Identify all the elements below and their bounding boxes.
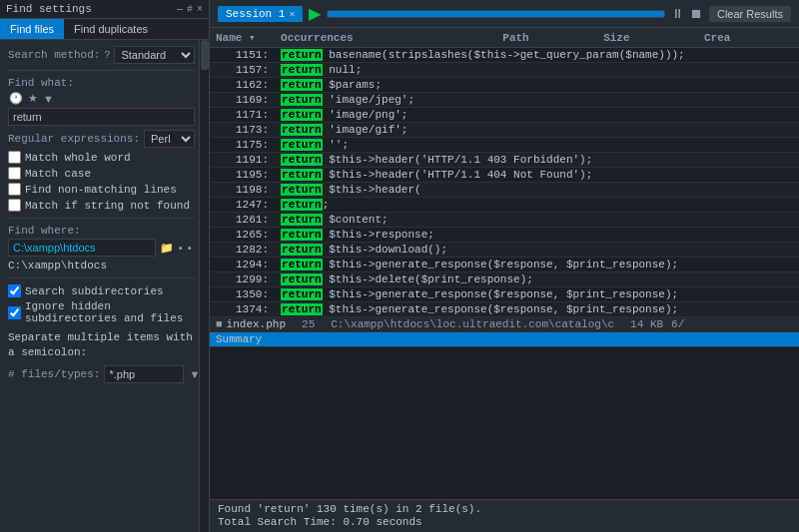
line-number: 1162: bbox=[210, 78, 275, 93]
ignore-hidden-checkbox[interactable] bbox=[8, 306, 21, 319]
find-bookmark-icon[interactable]: ★ bbox=[27, 91, 39, 106]
table-row: 1169: return 'image/jpeg'; bbox=[210, 93, 799, 108]
find-where-extra2[interactable]: ▪ bbox=[187, 241, 193, 255]
file-result-cell: ■index.php25C:\xampp\htdocs\loc.ultraedi… bbox=[210, 317, 799, 332]
session-close-icon[interactable]: ✕ bbox=[289, 8, 295, 20]
match-case-label: Match case bbox=[25, 168, 91, 180]
panel-title-icons: — # × bbox=[177, 4, 203, 15]
file-types-input[interactable] bbox=[104, 365, 184, 383]
close-panel-icon[interactable]: × bbox=[197, 4, 203, 15]
line-number: 1261: bbox=[210, 213, 275, 228]
clear-results-button[interactable]: Clear Results bbox=[709, 6, 791, 22]
non-matching-label: Find non-matching lines bbox=[25, 184, 177, 196]
regex-row: Regular expressions: Perl bbox=[8, 130, 195, 148]
code-cell: return $this->response; bbox=[275, 228, 799, 243]
code-cell: return $this->generate_response($respons… bbox=[275, 302, 799, 317]
table-row: 1247: return; bbox=[210, 198, 799, 213]
pin-icon[interactable]: # bbox=[187, 4, 193, 15]
find-where-input[interactable] bbox=[8, 239, 156, 257]
match-whole-word-label: Match whole word bbox=[25, 152, 131, 164]
table-row: 1294:return $this->generate_response($re… bbox=[210, 258, 799, 272]
search-method-select[interactable]: Standard bbox=[114, 46, 195, 64]
find-what-input[interactable] bbox=[8, 108, 195, 126]
match-not-found-checkbox[interactable] bbox=[8, 199, 21, 212]
match-not-found-label: Match if string not found bbox=[25, 200, 190, 212]
code-cell: return $this->header('HTTP/1.1 403 Forbi… bbox=[275, 153, 799, 168]
results-table: Name ▾ Occurrences Path Size Crea 1151:r… bbox=[210, 28, 799, 347]
code-cell: return basename(stripslashes($this->get_… bbox=[275, 48, 799, 63]
non-matching-checkbox[interactable] bbox=[8, 183, 21, 196]
code-cell: return 'image/jpeg'; bbox=[275, 93, 799, 108]
find-where-extra1[interactable]: ▪ bbox=[178, 241, 184, 255]
line-number: 1265: bbox=[210, 228, 275, 243]
line-number: 1191: bbox=[210, 153, 275, 168]
play-button[interactable]: ▶ bbox=[309, 4, 321, 23]
tab-find-duplicates[interactable]: Find duplicates bbox=[64, 19, 158, 39]
code-cell: return $this->header('HTTP/1.1 404 Not F… bbox=[275, 168, 799, 183]
code-cell: return $this->header( bbox=[275, 183, 799, 198]
code-cell: return 'image/gif'; bbox=[275, 123, 799, 138]
session-tab[interactable]: Session 1 ✕ bbox=[218, 6, 303, 22]
table-row: 1191: return $this->header('HTTP/1.1 403… bbox=[210, 153, 799, 168]
table-row: 1151:return basename(stripslashes($this-… bbox=[210, 48, 799, 63]
minimize-icon[interactable]: — bbox=[177, 4, 183, 15]
table-row: 1162:return $params; bbox=[210, 78, 799, 93]
line-number: 1151: bbox=[210, 48, 275, 63]
table-row: 1265:return $this->response; bbox=[210, 228, 799, 243]
progress-bar-fill bbox=[328, 11, 664, 17]
col-path[interactable]: Path bbox=[496, 28, 597, 48]
file-name: index.php bbox=[227, 318, 286, 330]
table-header-row: Name ▾ Occurrences Path Size Crea bbox=[210, 28, 799, 48]
checkbox-search-subdirs: Search subdirectories bbox=[8, 284, 195, 297]
file-result-row: ■index.php25C:\xampp\htdocs\loc.ultraedi… bbox=[210, 317, 799, 332]
code-cell: return null; bbox=[275, 63, 799, 78]
scrollbar-thumb[interactable] bbox=[201, 40, 209, 70]
table-row: 1282:return $this->download(); bbox=[210, 243, 799, 258]
bottom-note: Separate multiple items with a semicolon… bbox=[8, 330, 195, 361]
col-occurrences[interactable]: Occurrences bbox=[275, 28, 496, 48]
col-size[interactable]: Size bbox=[597, 28, 698, 48]
divider-3 bbox=[8, 277, 195, 278]
checkbox-ignore-hidden: Ignore hidden subdirectories and files bbox=[8, 300, 195, 324]
tab-find-files[interactable]: Find files bbox=[0, 19, 64, 39]
status-line-1: Found 'return' 130 time(s) in 2 file(s). bbox=[218, 503, 791, 515]
progress-bar bbox=[327, 10, 665, 18]
code-cell: return; bbox=[275, 198, 799, 213]
summary-cell: Summary bbox=[210, 332, 799, 347]
file-size: 14 KB bbox=[630, 318, 663, 330]
checkbox-match-whole-word: Match whole word bbox=[8, 151, 195, 164]
line-number: 1350: bbox=[210, 287, 275, 302]
file-created: 6/ bbox=[671, 318, 684, 330]
regex-select[interactable]: Perl bbox=[144, 130, 195, 148]
line-number: 1173: bbox=[210, 123, 275, 138]
code-cell: return $content; bbox=[275, 213, 799, 228]
table-row: 1299: return $this->delete($print_respon… bbox=[210, 272, 799, 287]
find-where-row: C:\xampp\htdocs 📁 ▪ ▪ ▼ bbox=[8, 239, 195, 257]
stop-button[interactable]: ⏹ bbox=[690, 6, 703, 21]
find-what-row: 🕐 ★ ▼ bbox=[8, 91, 195, 106]
table-row: 1157:return null; bbox=[210, 63, 799, 78]
panel-title: Find settings bbox=[6, 3, 92, 15]
table-row: 1198: return $this->header( bbox=[210, 183, 799, 198]
pause-button[interactable]: ⏸ bbox=[671, 6, 684, 21]
table-row: 1171: return 'image/png'; bbox=[210, 108, 799, 123]
left-content: Search method: ? Standard Find what: 🕐 ★… bbox=[0, 40, 209, 532]
search-subdirs-checkbox[interactable] bbox=[8, 284, 21, 297]
match-whole-word-checkbox[interactable] bbox=[8, 151, 21, 164]
table-row: 1374: return $this->generate_response($r… bbox=[210, 302, 799, 317]
col-name[interactable]: Name ▾ bbox=[210, 28, 275, 48]
summary-row: Summary bbox=[210, 332, 799, 347]
col-created[interactable]: Crea bbox=[698, 28, 799, 48]
status-line-2: Total Search Time: 0.70 seconds bbox=[218, 516, 791, 528]
match-case-checkbox[interactable] bbox=[8, 167, 21, 180]
ignore-hidden-label: Ignore hidden subdirectories and files bbox=[25, 300, 195, 324]
help-icon: ? bbox=[104, 50, 110, 61]
table-row: 1175: return ''; bbox=[210, 138, 799, 153]
divider-2 bbox=[8, 218, 195, 219]
find-history-icon[interactable]: 🕐 bbox=[8, 91, 24, 106]
find-extra-icon[interactable]: ▼ bbox=[42, 92, 55, 106]
table-row: 1195: return $this->header('HTTP/1.1 404… bbox=[210, 168, 799, 183]
results-table-wrap: Name ▾ Occurrences Path Size Crea 1151:r… bbox=[210, 28, 799, 499]
browse-folder-icon[interactable]: 📁 bbox=[159, 241, 175, 256]
line-number: 1299: bbox=[210, 272, 275, 287]
